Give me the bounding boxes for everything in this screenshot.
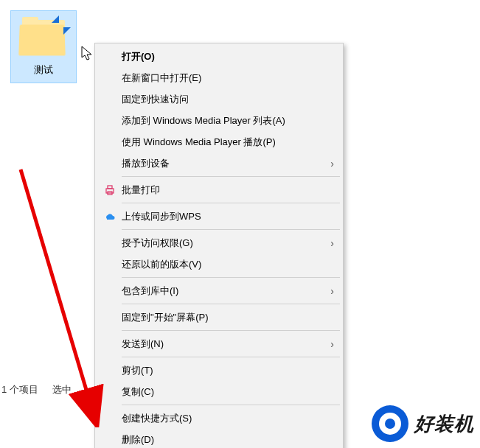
svg-marker-1 [63, 27, 71, 35]
printer-icon [101, 184, 119, 196]
svg-marker-2 [82, 46, 91, 60]
menu-item-label: 复制(C) [119, 385, 334, 399]
status-count: 1 个项目 [1, 384, 38, 395]
folder-label: 测试 [29, 62, 58, 78]
menu-item[interactable]: 包含到库中(I)› [97, 280, 341, 301]
status-bar: 1 个项目 选中 [1, 383, 83, 396]
menu-item-label: 在新窗口中打开(E) [119, 71, 334, 85]
chevron-right-icon: › [330, 158, 334, 169]
menu-item[interactable]: 批量打印 [97, 179, 341, 200]
menu-item[interactable]: 上传或同步到WPS [97, 206, 341, 227]
menu-item[interactable]: 剪切(T) [97, 360, 341, 381]
folder-item[interactable]: 测试 [10, 10, 77, 83]
menu-item[interactable]: 在新窗口中打开(E) [97, 67, 341, 88]
menu-item-label: 使用 Windows Media Player 播放(P) [119, 136, 334, 149]
menu-item[interactable]: 创建快捷方式(S) [97, 407, 341, 429]
menu-item-label: 批量打印 [119, 183, 334, 197]
menu-item[interactable]: 打开(O) [97, 46, 341, 67]
menu-item-label: 固定到"开始"屏幕(P) [119, 311, 334, 324]
menu-separator [122, 203, 340, 203]
menu-item[interactable]: 授予访问权限(G)› [97, 232, 341, 253]
watermark-text: 好装机 [414, 411, 474, 437]
cloud-icon [101, 211, 119, 223]
svg-line-7 [21, 169, 94, 417]
cursor-icon [81, 46, 94, 62]
menu-item-label: 发送到(N) [119, 337, 330, 351]
menu-item[interactable]: 还原以前的版本(V) [97, 253, 341, 275]
menu-item[interactable]: 使用 Windows Media Player 播放(P) [97, 131, 341, 153]
menu-separator [122, 304, 340, 304]
menu-item-label: 包含到库中(I) [119, 284, 330, 298]
menu-separator [122, 229, 340, 230]
menu-item[interactable]: 固定到快速访问 [97, 88, 341, 110]
context-menu: 打开(O)在新窗口中打开(E)固定到快速访问添加到 Windows Media … [94, 43, 344, 448]
menu-item[interactable]: 添加到 Windows Media Player 列表(A) [97, 110, 341, 131]
svg-marker-0 [52, 15, 59, 23]
menu-separator [122, 176, 340, 177]
watermark: 好装机 [372, 405, 474, 442]
watermark-logo-icon [372, 405, 408, 442]
menu-separator [122, 330, 340, 331]
menu-item-label: 固定到快速访问 [119, 93, 334, 106]
folder-icon [18, 17, 69, 57]
menu-separator [122, 277, 340, 278]
menu-item-label: 添加到 Windows Media Player 列表(A) [119, 114, 334, 127]
svg-rect-4 [108, 186, 112, 189]
menu-separator [122, 405, 340, 405]
menu-item[interactable]: 发送到(N)› [97, 333, 341, 354]
desktop: 测试 打开(O)在新窗口中打开(E)固定到快速访问添加到 Windows Med… [0, 0, 480, 448]
chevron-right-icon: › [330, 237, 334, 249]
menu-item-label: 剪切(T) [119, 364, 334, 377]
menu-item[interactable]: 固定到"开始"屏幕(P) [97, 307, 341, 328]
menu-item[interactable]: 删除(D) [97, 429, 341, 448]
menu-item[interactable]: 播放到设备› [97, 153, 341, 174]
menu-item[interactable]: 复制(C) [97, 381, 341, 402]
menu-item-label: 上传或同步到WPS [119, 210, 334, 223]
compress-arrows-icon [50, 14, 72, 36]
chevron-right-icon: › [330, 285, 334, 297]
status-selection: 选中 [52, 384, 72, 395]
menu-item-label: 删除(D) [119, 433, 334, 447]
menu-item-label: 还原以前的版本(V) [119, 258, 334, 271]
menu-item-label: 打开(O) [119, 50, 334, 63]
chevron-right-icon: › [330, 338, 334, 350]
menu-item-label: 授予访问权限(G) [119, 237, 330, 250]
menu-item-label: 播放到设备 [119, 157, 330, 170]
menu-separator [122, 357, 340, 357]
menu-item-label: 创建快捷方式(S) [119, 412, 334, 425]
